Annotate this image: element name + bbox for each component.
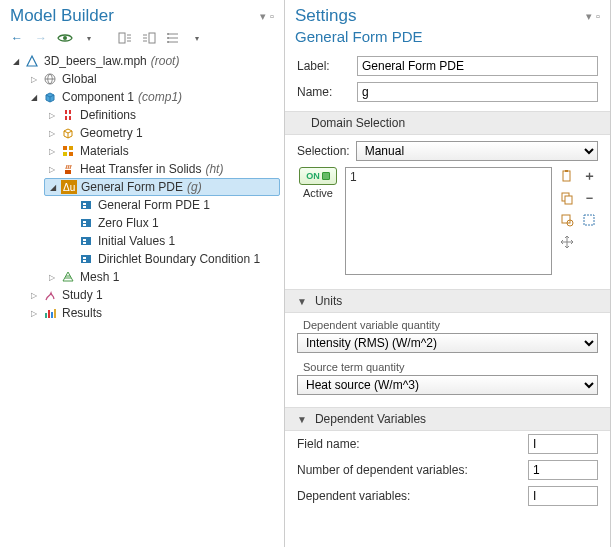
model-builder-toolbar: ← → ▾ ▾ xyxy=(0,28,284,52)
svg-point-3 xyxy=(167,33,169,35)
dirichlet-icon xyxy=(78,251,94,267)
twisty-icon[interactable] xyxy=(46,163,58,175)
twisty-icon[interactable] xyxy=(28,91,40,103)
name-input[interactable] xyxy=(357,82,598,102)
selection-dropdown[interactable]: Manual xyxy=(356,141,598,161)
tree-heat-suffix: (ht) xyxy=(203,162,223,176)
on-text: ON xyxy=(306,171,320,181)
tree-global-label: Global xyxy=(60,72,97,86)
dep-var-quantity-dropdown[interactable]: Intensity (RMS) (W/m^2) xyxy=(297,333,598,353)
selection-label: Selection: xyxy=(297,144,350,158)
model-tree[interactable]: 3D_beers_law.mph (root) Global xyxy=(0,52,284,547)
svg-rect-26 xyxy=(83,242,86,244)
tree-geometry[interactable]: Geometry 1 xyxy=(44,124,280,142)
twisty-icon[interactable] xyxy=(46,271,58,283)
twisty-icon[interactable] xyxy=(46,127,58,139)
minimize-icon[interactable]: ▾ xyxy=(260,10,266,23)
source-term-quantity-dropdown[interactable]: Heat source (W/m^3) xyxy=(297,375,598,395)
detach-icon[interactable]: ▫ xyxy=(596,10,600,23)
dep-var-quantity-legend: Dependent variable quantity xyxy=(297,319,598,331)
model-builder-panel: Model Builder ▾ ▫ ← → ▾ ▾ xyxy=(0,0,285,547)
twisty-icon[interactable] xyxy=(28,73,40,85)
tree-study-label: Study 1 xyxy=(60,288,103,302)
active-toggle[interactable]: ON xyxy=(299,167,337,185)
units-header[interactable]: ▼ Units xyxy=(285,289,610,313)
minimize-icon[interactable]: ▾ xyxy=(586,10,592,23)
collapse-button[interactable] xyxy=(116,30,134,46)
tree-root[interactable]: 3D_beers_law.mph (root) xyxy=(8,52,280,70)
svg-rect-15 xyxy=(65,170,71,174)
tree-study[interactable]: Study 1 xyxy=(26,286,280,304)
tree-mesh[interactable]: Mesh 1 xyxy=(44,268,280,286)
mesh-icon xyxy=(60,269,76,285)
paste-button[interactable] xyxy=(558,167,576,185)
svg-rect-33 xyxy=(54,309,56,318)
svg-text:Δu: Δu xyxy=(63,182,75,193)
definitions-icon xyxy=(60,107,76,123)
copy-button[interactable] xyxy=(558,189,576,207)
tree-dirichlet-label: Dirichlet Boundary Condition 1 xyxy=(96,252,260,266)
tree-global[interactable]: Global xyxy=(26,70,280,88)
svg-point-5 xyxy=(167,41,169,43)
svg-rect-35 xyxy=(565,170,568,172)
field-name-input[interactable] xyxy=(528,434,598,454)
tree-component[interactable]: Component 1 (comp1) xyxy=(26,88,280,106)
pde-icon: Δu xyxy=(61,179,77,195)
tree-initial-values[interactable]: Initial Values 1 xyxy=(62,232,280,250)
tree-component-suffix: (comp1) xyxy=(136,90,182,104)
tree-pde-1[interactable]: General Form PDE 1 xyxy=(62,196,280,214)
component-icon xyxy=(42,89,58,105)
domain-list-item[interactable]: 1 xyxy=(350,170,547,184)
twisty-icon[interactable] xyxy=(10,55,22,67)
nav-forward-button[interactable]: → xyxy=(32,30,50,46)
tree-results[interactable]: Results xyxy=(26,304,280,322)
tree-heat-transfer[interactable]: Heat Transfer in Solids (ht) xyxy=(44,160,280,178)
svg-rect-25 xyxy=(83,239,86,241)
svg-rect-19 xyxy=(83,203,86,205)
twisty-icon[interactable] xyxy=(46,145,58,157)
twisty-icon[interactable] xyxy=(46,109,58,121)
add-button[interactable]: ＋ xyxy=(580,167,598,185)
svg-rect-9 xyxy=(65,116,67,120)
zoom-button[interactable] xyxy=(558,211,576,229)
dep-vars-input[interactable] xyxy=(528,486,598,506)
domain-selection-header[interactable]: Domain Selection xyxy=(285,111,610,135)
remove-button[interactable]: － xyxy=(580,189,598,207)
study-icon xyxy=(42,287,58,303)
svg-point-4 xyxy=(167,37,169,39)
tree-root-suffix: (root) xyxy=(149,54,180,68)
label-row: Label: xyxy=(285,53,610,79)
svg-rect-23 xyxy=(83,224,86,226)
nav-back-button[interactable]: ← xyxy=(8,30,26,46)
svg-rect-22 xyxy=(83,221,86,223)
tree-general-form-pde[interactable]: Δu General Form PDE (g) xyxy=(44,178,280,196)
model-root-icon xyxy=(24,53,40,69)
tree-root-label: 3D_beers_law.mph xyxy=(42,54,147,68)
tree-dirichlet-bc[interactable]: Dirichlet Boundary Condition 1 xyxy=(62,250,280,268)
tree-zero-flux[interactable]: Zero Flux 1 xyxy=(62,214,280,232)
twisty-icon[interactable] xyxy=(28,289,40,301)
twisty-icon[interactable] xyxy=(47,181,59,193)
source-term-quantity-group: Source term quantity Heat source (W/m^3) xyxy=(297,361,598,395)
tree-definitions[interactable]: Definitions xyxy=(44,106,280,124)
twisty-icon[interactable] xyxy=(28,307,40,319)
move-button[interactable] xyxy=(558,233,576,251)
expand-button[interactable] xyxy=(140,30,158,46)
units-label: Units xyxy=(315,294,342,308)
name-row: Name: xyxy=(285,79,610,105)
tree-materials[interactable]: Materials xyxy=(44,142,280,160)
tree-heat-label: Heat Transfer in Solids xyxy=(78,162,201,176)
show-button[interactable] xyxy=(56,30,74,46)
domain-list[interactable]: 1 xyxy=(345,167,552,275)
tree-pde1-label: General Form PDE 1 xyxy=(96,198,210,212)
dropdown-2-icon[interactable]: ▾ xyxy=(188,30,206,46)
select-box-button[interactable] xyxy=(580,211,598,229)
tree-options-button[interactable] xyxy=(164,30,182,46)
zero-flux-icon xyxy=(78,215,94,231)
label-input[interactable] xyxy=(357,56,598,76)
num-dep-vars-input[interactable] xyxy=(528,460,598,480)
global-icon xyxy=(42,71,58,87)
dropdown-1-icon[interactable]: ▾ xyxy=(80,30,98,46)
detach-icon[interactable]: ▫ xyxy=(270,10,274,23)
dependent-variables-header[interactable]: ▼ Dependent Variables xyxy=(285,407,610,431)
